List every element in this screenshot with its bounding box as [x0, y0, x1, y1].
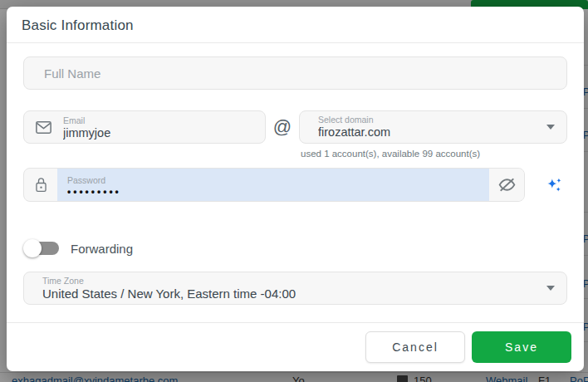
forwarding-row: Forwarding: [23, 239, 567, 257]
password-row: Password: [23, 168, 567, 202]
forwarding-label: Forwarding: [71, 242, 133, 256]
password-field[interactable]: Password: [23, 168, 525, 202]
lock-icon: [24, 169, 57, 201]
domain-select-value: firozattar.com: [318, 125, 546, 140]
dialog-title: Basic Information: [22, 17, 569, 34]
forwarding-toggle[interactable]: [23, 239, 60, 257]
mail-icon: [34, 118, 53, 137]
password-label: Password: [67, 175, 479, 186]
timezone-label: Time Zone: [42, 276, 546, 286]
toggle-knob: [23, 239, 42, 257]
eye-off-icon: [497, 174, 517, 195]
email-row: Email @ Select domain firozattar.com use…: [23, 110, 567, 159]
chevron-down-icon: [546, 125, 555, 130]
password-input[interactable]: [67, 186, 479, 198]
timezone-value: United States / New York, Eastern time -…: [42, 286, 546, 301]
password-input-area[interactable]: Password: [57, 169, 489, 201]
domain-column: Select domain firozattar.com used 1 acco…: [299, 110, 567, 159]
domain-select-label: Select domain: [318, 115, 546, 125]
at-symbol: @: [266, 110, 299, 138]
dialog-body: Email @ Select domain firozattar.com use…: [7, 56, 584, 305]
email-field[interactable]: Email: [23, 110, 266, 144]
dialog-footer: Cancel Save: [7, 322, 584, 371]
timezone-select[interactable]: Time Zone United States / New York, East…: [23, 272, 567, 305]
full-name-field[interactable]: [23, 56, 567, 90]
email-label: Email: [63, 115, 257, 126]
domain-usage-helper: used 1 account(s), available 99 account(…: [299, 149, 567, 159]
email-input[interactable]: [63, 126, 257, 140]
cancel-button[interactable]: Cancel: [365, 331, 465, 363]
toggle-password-visibility-button[interactable]: [489, 169, 524, 201]
dialog-header: Basic Information: [7, 7, 584, 43]
generate-password-button[interactable]: [546, 176, 563, 194]
sparkles-icon: [546, 176, 563, 194]
domain-select[interactable]: Select domain firozattar.com: [299, 110, 567, 144]
chevron-down-icon: [546, 286, 555, 291]
save-button[interactable]: Save: [472, 331, 571, 363]
basic-information-dialog: Basic Information Email @: [7, 7, 584, 371]
full-name-input[interactable]: [42, 66, 548, 81]
